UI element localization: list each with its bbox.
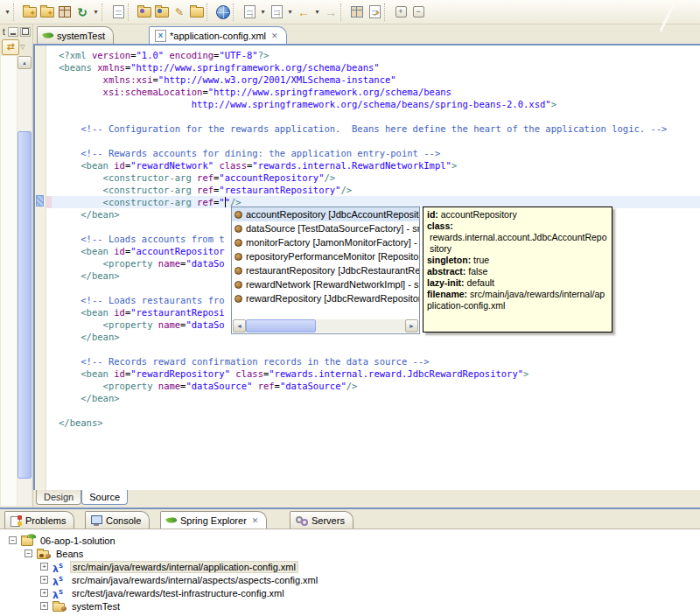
editor-tab-systemTest[interactable]: systemTest [37, 26, 114, 44]
junit-icon[interactable] [56, 3, 74, 22]
last-edit-location-icon[interactable]: ↓ [241, 3, 258, 22]
highlighter-icon[interactable]: ✎ [171, 3, 188, 22]
tree-item-label: src/main/java/rewards/internal/aspects/a… [70, 575, 319, 585]
spring-config-icon: λS [52, 587, 66, 598]
code-line[interactable]: xmlns:xsi="http://www.w3.org/2001/XMLSch… [46, 74, 700, 86]
editor-mode-tabs: DesignSource [33, 490, 700, 508]
content-assist-item[interactable]: rewardRepository [JdbcRewardRepository] … [232, 291, 419, 305]
code-line[interactable] [46, 404, 700, 416]
tree-expander[interactable]: − [24, 550, 32, 557]
tree-row[interactable]: −06-aop-1-solution [0, 534, 700, 547]
tooltip-field-label: class: [427, 220, 608, 232]
back-caret[interactable]: ▾ [312, 3, 322, 22]
popup-scrollbar-thumb[interactable] [246, 319, 316, 332]
tree-row[interactable]: +λSsrc/main/java/rewards/internal/applic… [0, 560, 700, 573]
view-tab-servers[interactable]: Servers [290, 511, 354, 528]
open-type-icon[interactable] [109, 3, 127, 22]
spring-explorer-tree[interactable]: −06-aop-1-solution−Beans+λSsrc/main/java… [0, 528, 700, 616]
code-line[interactable]: </bean> [46, 392, 700, 404]
content-assist-item[interactable]: accountRepository [JdbcAccountRepository… [232, 207, 419, 221]
close-tab-icon[interactable]: ✕ [271, 32, 278, 40]
last-edit-caret[interactable]: ▾ [258, 3, 268, 22]
search-folder-icon-glyph [155, 7, 169, 18]
web-browser-icon[interactable] [214, 3, 232, 22]
collapsed-view-toolbar: ⇄ ▽ [0, 38, 32, 56]
tooltip-field: lazy-init: default [427, 277, 608, 289]
table-icon[interactable] [348, 3, 366, 22]
code-line[interactable]: <?xml version="1.0" encoding="UTF-8"?> [46, 49, 700, 61]
scroll-left-button[interactable]: ◄ [233, 319, 246, 332]
view-tab-label: Spring Explorer [180, 515, 247, 526]
bottom-view-panel: ProblemsConsoleSpring Explorer✕Servers −… [0, 508, 700, 616]
search-folder-icon[interactable] [153, 3, 171, 22]
code-line[interactable]: http://www.springframework.org/schema/be… [46, 98, 700, 110]
expand-all-icon[interactable]: + [392, 3, 410, 22]
code-line[interactable]: <bean id="rewardRepository" class="rewar… [46, 368, 700, 380]
close-view-icon[interactable]: ✕ [252, 516, 259, 525]
code-line[interactable]: <!-- Rewards accounts for dining: the ap… [46, 147, 700, 159]
tree-row[interactable]: −Beans [0, 547, 700, 560]
next-annotation-icon[interactable]: ↗ [366, 3, 383, 22]
minimize-view-button[interactable] [8, 27, 18, 37]
mode-tab-source[interactable]: Source [81, 490, 128, 505]
forward-icon[interactable]: → [322, 3, 340, 22]
tree-row[interactable]: +systemTest [0, 599, 700, 612]
content-assist-item[interactable]: monitorFactory [JamonMonitorFactory] - s… [232, 235, 419, 249]
code-line[interactable]: <constructor-arg ref="accountRepository"… [46, 172, 700, 184]
code-line[interactable]: <property name="dataSource" ref="dataSou… [46, 380, 700, 392]
open-resource-icon[interactable] [136, 3, 153, 22]
tree-expander[interactable]: + [40, 589, 48, 597]
code-line[interactable]: <!-- Configuration for the rewards appli… [46, 122, 700, 135]
spring-project-icon [21, 535, 35, 546]
scroll-right-button[interactable]: ► [405, 319, 418, 332]
code-line[interactable]: </beans> [46, 416, 700, 429]
line-change-marker [46, 196, 52, 208]
left-scrollbar-thumb[interactable] [18, 131, 32, 479]
collapsed-tab-stub[interactable]: t [2, 27, 5, 37]
view-menu-caret[interactable]: ▽ [20, 44, 24, 51]
code-line[interactable]: <bean id="rewardNetwork" class="rewards.… [46, 159, 700, 172]
scroll-up-button[interactable]: ▲ [18, 56, 32, 69]
toolbar-overflow-caret[interactable]: ▾ [3, 3, 12, 22]
open-folder-icon[interactable] [188, 3, 206, 22]
go-into-caret[interactable]: ▾ [285, 3, 295, 22]
content-assist-item[interactable]: restaurantRepository [JdbcRestaurantRepo… [232, 263, 419, 277]
content-assist-item[interactable]: dataSource [TestDataSourceFactory] - src… [232, 221, 419, 235]
collapse-all-icon[interactable]: − [410, 3, 427, 22]
tree-row[interactable]: +λSsrc/main/java/rewards/internal/aspect… [0, 573, 700, 586]
content-assist-item[interactable]: rewardNetwork [RewardNetworkImpl] - src/… [232, 277, 419, 291]
code-line[interactable] [46, 343, 700, 355]
bean-icon [234, 281, 242, 289]
tooltip-field: filename: src/main/java/rewards/internal… [427, 289, 608, 312]
servers-icon [296, 515, 308, 526]
back-icon[interactable]: ← [295, 3, 312, 22]
popup-hscrollbar[interactable]: ◄ ► [233, 319, 418, 332]
left-vertical-scrollbar[interactable]: ▲ [18, 56, 32, 506]
code-line[interactable]: <constructor-arg ref="restaurantReposito… [46, 184, 700, 196]
tree-expander[interactable]: + [40, 602, 48, 610]
xml-editor[interactable]: <?xml version="1.0" encoding="UTF-8"?><b… [33, 44, 700, 490]
tree-expander[interactable]: + [40, 563, 48, 570]
open-type-icon-glyph [113, 5, 124, 18]
new-wizard-2-icon[interactable]: ✦ [38, 3, 56, 22]
maximize-view-button[interactable] [20, 27, 31, 37]
code-line[interactable]: xsi:schemaLocation="http://www.springfra… [46, 86, 700, 98]
refresh-icon[interactable]: ↻ [74, 3, 91, 22]
tree-expander[interactable]: − [9, 536, 17, 544]
code-line[interactable]: <!-- Records reward confirmation records… [46, 355, 700, 368]
content-assist-item[interactable]: repositoryPerformanceMonitor [Repository… [232, 249, 419, 263]
tree-row[interactable]: +λSsrc/test/java/rewards/test-infrastruc… [0, 586, 700, 599]
view-tab-console[interactable]: Console [85, 511, 150, 528]
go-into-icon[interactable]: ↑ [268, 3, 285, 22]
new-wizard-icon[interactable]: ✦ [21, 3, 38, 22]
code-line[interactable] [46, 135, 700, 147]
tree-expander[interactable]: + [40, 576, 48, 584]
code-line[interactable]: <beans xmlns="http://www.springframework… [46, 61, 700, 74]
link-with-editor-button[interactable]: ⇄ [2, 39, 19, 55]
refresh-caret[interactable]: ▾ [91, 3, 101, 22]
code-line[interactable] [46, 110, 700, 122]
view-tab-spring-explorer[interactable]: Spring Explorer✕ [160, 511, 267, 528]
editor-tab-application-config.xml[interactable]: X*application-config.xml✕ [149, 26, 287, 44]
view-tab-problems[interactable]: Problems [4, 511, 74, 528]
mode-tab-design[interactable]: Design [36, 490, 81, 505]
